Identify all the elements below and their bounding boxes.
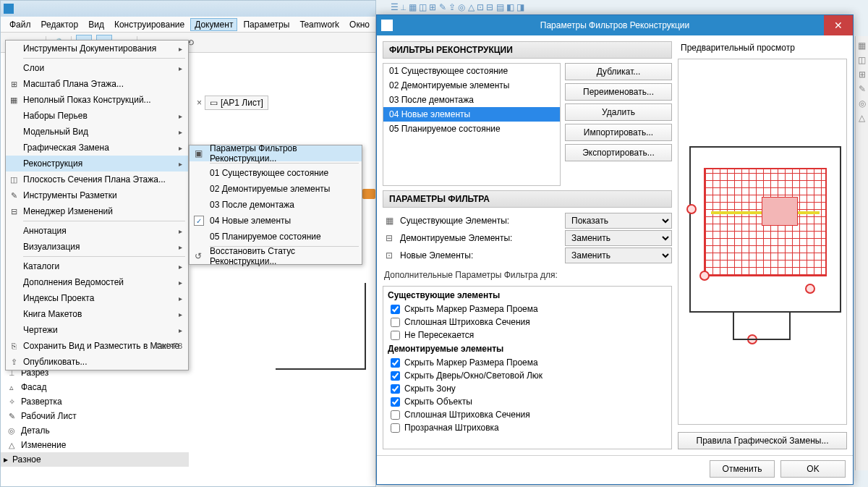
filter-list-item[interactable]: 04 Новые элементы: [383, 107, 560, 122]
menu-item[interactable]: Чертежи▸: [6, 322, 188, 338]
menu-teamwork[interactable]: Teamwork: [295, 18, 344, 31]
submenu-arrow-icon: ▸: [179, 263, 182, 271]
checkbox[interactable]: [391, 358, 400, 368]
filter-checklist[interactable]: Существующие элементыСкрыть Маркер Разме…: [383, 286, 672, 449]
checkbox[interactable]: [391, 423, 400, 433]
menu-item[interactable]: Слои▸: [6, 60, 188, 76]
submenu-item[interactable]: ▣Параметры Фильтров Реконструкции...: [190, 145, 362, 161]
duplicate-button[interactable]: Дубликат...: [565, 63, 672, 80]
menu-item[interactable]: ⊟Менеджер Изменений: [6, 203, 188, 219]
submenu-item-label: 04 Новые элементы: [210, 216, 291, 226]
document-menu[interactable]: Инструменты Документирования▸Слои▸⊞Масшт…: [5, 40, 189, 370]
menu-item[interactable]: Модельный Вид▸: [6, 124, 188, 140]
filter-list-item[interactable]: 01 Существующее состояние: [383, 64, 560, 78]
nav-item[interactable]: △Изменение: [1, 438, 189, 452]
menu-item[interactable]: Визуализация▸: [6, 239, 188, 255]
submenu-item[interactable]: 02 Демонтируемые элементы: [190, 181, 362, 197]
menu-item[interactable]: Дополнения Ведомостей▸: [6, 274, 188, 290]
submenu-item[interactable]: ✓04 Новые элементы: [190, 213, 362, 229]
menu-редактор[interactable]: Редактор: [37, 18, 83, 31]
menu-item[interactable]: Аннотация▸: [6, 223, 188, 239]
checkbox[interactable]: [391, 410, 400, 420]
nav-item[interactable]: ✎Рабочий Лист: [1, 409, 189, 423]
param-select[interactable]: Заменить: [565, 247, 672, 263]
param-select[interactable]: Заменить: [565, 230, 672, 246]
menu-item-label: Визуализация: [23, 242, 80, 252]
nav-item[interactable]: ✧Развертка: [1, 394, 189, 409]
dialog-close-button[interactable]: ✕: [824, 15, 853, 35]
nav-item[interactable]: ▵Фасад: [1, 380, 189, 394]
menu-item-label: Графическая Замена: [23, 143, 109, 153]
menu-icon: ⇪: [9, 357, 19, 367]
submenu-item[interactable]: 05 Планируемое состояние: [190, 229, 362, 245]
cancel-button[interactable]: Отменить: [710, 460, 775, 478]
export-button[interactable]: Экспортировать...: [565, 144, 672, 161]
menu-item[interactable]: ⎘Сохранить Вид и Разместить в МакетеCtrl…: [6, 338, 188, 354]
filter-list-item[interactable]: 05 Планируемое состояние: [383, 122, 560, 136]
submenu-item[interactable]: 01 Существующее состояние: [190, 165, 362, 181]
checklist-label: Скрыть Объекты: [404, 397, 472, 407]
submenu-icon: ↺: [192, 250, 204, 262]
menu-документ[interactable]: Документ: [190, 18, 237, 31]
nav-group[interactable]: ▸Разное: [1, 452, 189, 467]
submenu-item[interactable]: ↺Восстановить Статус Реконструкции...: [190, 248, 362, 264]
menu-item[interactable]: Индексы Проекта▸: [6, 290, 188, 306]
nav-icon: ▵: [7, 382, 17, 392]
checklist-item[interactable]: Скрыть Маркер Размера Проема: [386, 356, 668, 369]
graphic-override-rules-button[interactable]: Правила Графической Замены...: [678, 432, 847, 449]
checklist-item[interactable]: Скрыть Дверь/Окно/Световой Люк: [386, 369, 668, 382]
menu-item[interactable]: Реконструкция▸: [6, 156, 188, 171]
param-select[interactable]: Показать: [565, 213, 672, 229]
checklist-item[interactable]: Сплошная Штриховка Сечения: [386, 408, 668, 421]
checkbox[interactable]: [391, 318, 400, 327]
menu-item[interactable]: Каталоги▸: [6, 258, 188, 274]
menu-item[interactable]: ⇪Опубликовать...: [6, 354, 188, 370]
checklist-item[interactable]: Сплошная Штриховка Сечения: [386, 316, 668, 329]
filter-list-item[interactable]: 03 После демонтажа: [383, 93, 560, 107]
menu-item[interactable]: Инструменты Документирования▸: [6, 41, 188, 56]
menu-окно[interactable]: Окно: [345, 18, 374, 31]
menu-item[interactable]: Книга Макетов▸: [6, 306, 188, 322]
import-button[interactable]: Импортировать...: [565, 124, 672, 141]
dialog-logo-icon: [381, 20, 393, 31]
expand-icon: ▸: [4, 454, 8, 465]
nav-group-label: Разное: [12, 454, 41, 465]
tab-ap1[interactable]: ▭ [AP1 Лист]: [205, 96, 268, 110]
checkbox[interactable]: [391, 331, 400, 340]
menu-item[interactable]: ⊞Масштаб Плана Этажа...: [6, 76, 188, 92]
menu-icon: ⎘: [9, 341, 19, 351]
menu-параметры[interactable]: Параметры: [239, 18, 294, 31]
checklist-item[interactable]: Скрыть Зону: [386, 382, 668, 395]
delete-button[interactable]: Удалить: [565, 103, 672, 121]
menu-конструирование[interactable]: Конструирование: [110, 18, 189, 31]
menu-вид[interactable]: Вид: [84, 18, 109, 31]
menu-item[interactable]: ▦Неполный Показ Конструкций...: [6, 92, 188, 108]
checklist-item[interactable]: Прозрачная Штриховка: [386, 421, 668, 434]
navigator-panel[interactable]: ⟂Разрез▵Фасад✧Развертка✎Рабочий Лист◎Дет…: [1, 363, 189, 470]
menu-файл[interactable]: Файл: [5, 18, 35, 31]
nav-item[interactable]: ◎Деталь: [1, 423, 189, 438]
checkbox[interactable]: [391, 305, 400, 314]
menubar[interactable]: ФайлРедакторВидКонструированиеДокументПа…: [1, 17, 375, 33]
ok-button[interactable]: OK: [780, 460, 846, 478]
renovation-submenu[interactable]: ▣Параметры Фильтров Реконструкции...01 С…: [189, 145, 362, 265]
filter-list-item[interactable]: 02 Демонтируемые элементы: [383, 78, 560, 93]
checklist-item[interactable]: Скрыть Маркер Размера Проема: [386, 302, 668, 316]
checkbox[interactable]: [391, 371, 400, 381]
menu-item[interactable]: ◫Плоскость Сечения Плана Этажа...: [6, 171, 188, 187]
checklist-item[interactable]: Не Пересекается: [386, 329, 668, 342]
rename-button[interactable]: Переименовать...: [565, 83, 672, 101]
menu-item[interactable]: Графическая Замена▸: [6, 140, 188, 156]
filter-list[interactable]: 01 Существующее состояние02 Демонтируемы…: [383, 63, 561, 186]
menu-item-label: Масштаб Плана Этажа...: [23, 79, 124, 89]
checklist-group: Демонтируемые элементы: [386, 342, 668, 356]
check-icon: ✓: [194, 216, 204, 226]
checklist-item[interactable]: Скрыть Объекты: [386, 395, 668, 408]
menu-item-label: Плоскость Сечения Плана Этажа...: [23, 174, 166, 185]
menu-item[interactable]: Наборы Перьев▸: [6, 108, 188, 124]
tab-close-icon[interactable]: ×: [197, 98, 202, 108]
checkbox[interactable]: [391, 384, 400, 394]
submenu-item[interactable]: 03 После демонтажа: [190, 197, 362, 213]
menu-item[interactable]: ✎Инструменты Разметки: [6, 187, 188, 203]
checkbox[interactable]: [391, 397, 400, 407]
